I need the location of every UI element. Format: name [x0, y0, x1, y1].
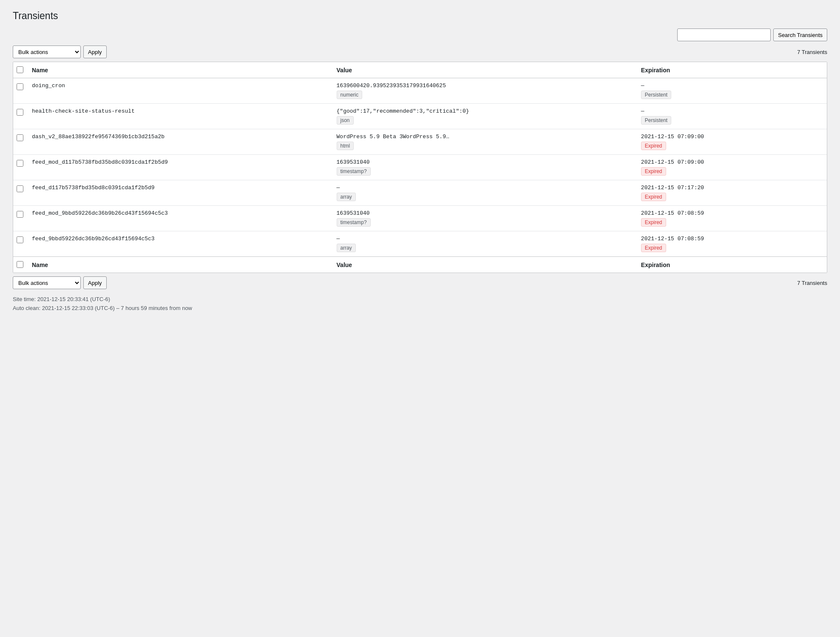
row-exp-badge: Expired — [641, 244, 666, 252]
row-value: 1639531040timestamp? — [332, 155, 636, 180]
row-exp-date: — — [641, 108, 822, 114]
row-checkbox-cell — [13, 180, 27, 206]
search-transients-button[interactable]: Search Transients — [773, 28, 827, 41]
column-header-value: Value — [332, 62, 636, 78]
row-checkbox-cell — [13, 129, 27, 155]
row-exp-date: — — [641, 82, 822, 89]
row-exp-date: 2021-12-15 07:09:00 — [641, 134, 822, 140]
select-all-checkbox-top[interactable] — [17, 66, 23, 73]
bulk-actions-select-top[interactable]: Bulk actions — [13, 46, 81, 58]
row-exp-badge: Expired — [641, 218, 666, 227]
row-expiration: 2021-12-15 07:08:59Expired — [636, 231, 827, 257]
auto-clean: Auto clean: 2021-12-15 22:33:03 (UTC-6) … — [13, 304, 827, 313]
transients-table-container: Name Value Expiration doing_cron16396004… — [13, 62, 827, 273]
row-value-main: 1639531040 — [337, 210, 631, 216]
select-all-checkbox-bottom[interactable] — [17, 261, 23, 268]
row-checkbox-6[interactable] — [17, 236, 23, 243]
row-value-main: — — [337, 236, 631, 242]
row-name: feed_mod_9bbd59226dc36b9b26cd43f15694c5c… — [27, 206, 332, 231]
row-name: feed_9bbd59226dc36b9b26cd43f15694c5c3 — [27, 231, 332, 257]
row-exp-badge: Persistent — [641, 116, 671, 125]
table-row: health-check-site-status-result{"good":1… — [13, 104, 827, 129]
row-exp-badge: Expired — [641, 167, 666, 176]
row-name: health-check-site-status-result — [27, 104, 332, 129]
search-input[interactable] — [677, 28, 771, 41]
row-type-badge: numeric — [337, 91, 363, 99]
row-value-main: {"good":17,"recommended":3,"critical":0} — [337, 108, 631, 114]
row-exp-date: 2021-12-15 07:08:59 — [641, 210, 822, 216]
table-row: feed_9bbd59226dc36b9b26cd43f15694c5c3—ar… — [13, 231, 827, 257]
row-exp-badge: Persistent — [641, 91, 671, 99]
table-row: doing_cron1639600420.9395239353179931640… — [13, 78, 827, 104]
column-header-name: Name — [27, 62, 332, 78]
row-value-main: 1639531040 — [337, 159, 631, 165]
row-name: feed_mod_d117b5738fbd35bd8c0391cda1f2b5d… — [27, 155, 332, 180]
footer-info: Site time: 2021-12-15 20:33:41 (UTC-6) A… — [13, 295, 827, 313]
row-checkbox-2[interactable] — [17, 134, 23, 141]
row-expiration: 2021-12-15 07:17:20Expired — [636, 180, 827, 206]
row-checkbox-cell — [13, 155, 27, 180]
bulk-left-top: Bulk actions Apply — [13, 46, 107, 58]
transients-count-top: 7 Transients — [797, 49, 827, 55]
bulk-bar-bottom: Bulk actions Apply 7 Transients — [13, 276, 827, 289]
table-row: feed_d117b5738fbd35bd8c0391cda1f2b5d9—ar… — [13, 180, 827, 206]
row-type-badge: timestamp? — [337, 218, 371, 227]
select-all-header — [13, 62, 27, 78]
row-checkbox-cell — [13, 206, 27, 231]
apply-button-bottom[interactable]: Apply — [83, 276, 107, 289]
row-expiration: 2021-12-15 07:08:59Expired — [636, 206, 827, 231]
row-value-main: — — [337, 185, 631, 191]
column-footer-expiration: Expiration — [636, 257, 827, 273]
row-exp-date: 2021-12-15 07:17:20 — [641, 185, 822, 191]
bulk-left-bottom: Bulk actions Apply — [13, 276, 107, 289]
row-name: dash_v2_88ae138922fe95674369b1cb3d215a2b — [27, 129, 332, 155]
top-bar: Search Transients — [13, 28, 827, 41]
bulk-bar-top: Bulk actions Apply 7 Transients — [13, 46, 827, 58]
row-checkbox-cell — [13, 78, 27, 104]
row-type-badge: html — [337, 142, 354, 150]
table-row: dash_v2_88ae138922fe95674369b1cb3d215a2b… — [13, 129, 827, 155]
search-area: Search Transients — [677, 28, 827, 41]
row-value-main: WordPress 5.9 Beta 3WordPress 5.9… — [337, 134, 631, 140]
column-footer-name: Name — [27, 257, 332, 273]
site-time: Site time: 2021-12-15 20:33:41 (UTC-6) — [13, 295, 827, 304]
row-checkbox-3[interactable] — [17, 160, 23, 167]
row-type-badge: timestamp? — [337, 167, 371, 176]
row-checkbox-4[interactable] — [17, 185, 23, 192]
row-value: 1639600420.9395239353179931640625numeric — [332, 78, 636, 104]
bulk-actions-select-bottom[interactable]: Bulk actions — [13, 276, 81, 289]
row-checkbox-cell — [13, 231, 27, 257]
table-row: feed_mod_9bbd59226dc36b9b26cd43f15694c5c… — [13, 206, 827, 231]
apply-button-top[interactable]: Apply — [83, 46, 107, 58]
row-exp-badge: Expired — [641, 142, 666, 150]
row-type-badge: array — [337, 193, 356, 201]
row-value: —array — [332, 231, 636, 257]
transients-count-bottom: 7 Transients — [797, 280, 827, 286]
page-title: Transients — [13, 10, 827, 22]
row-expiration: 2021-12-15 07:09:00Expired — [636, 129, 827, 155]
row-exp-date: 2021-12-15 07:08:59 — [641, 236, 822, 242]
select-all-footer-header — [13, 257, 27, 273]
row-expiration: 2021-12-15 07:09:00Expired — [636, 155, 827, 180]
row-value: —array — [332, 180, 636, 206]
row-type-badge: json — [337, 116, 354, 125]
row-checkbox-0[interactable] — [17, 83, 23, 90]
transients-table: Name Value Expiration doing_cron16396004… — [13, 62, 827, 273]
row-value: 1639531040timestamp? — [332, 206, 636, 231]
row-value: {"good":17,"recommended":3,"critical":0}… — [332, 104, 636, 129]
row-value: WordPress 5.9 Beta 3WordPress 5.9…html — [332, 129, 636, 155]
row-name: feed_d117b5738fbd35bd8c0391cda1f2b5d9 — [27, 180, 332, 206]
row-checkbox-1[interactable] — [17, 109, 23, 116]
row-checkbox-5[interactable] — [17, 211, 23, 218]
table-row: feed_mod_d117b5738fbd35bd8c0391cda1f2b5d… — [13, 155, 827, 180]
column-footer-value: Value — [332, 257, 636, 273]
row-checkbox-cell — [13, 104, 27, 129]
row-exp-date: 2021-12-15 07:09:00 — [641, 159, 822, 165]
row-expiration: —Persistent — [636, 78, 827, 104]
row-value-main: 1639600420.9395239353179931640625 — [337, 82, 631, 89]
row-type-badge: array — [337, 244, 356, 252]
row-name: doing_cron — [27, 78, 332, 104]
column-header-expiration: Expiration — [636, 62, 827, 78]
row-exp-badge: Expired — [641, 193, 666, 201]
row-expiration: —Persistent — [636, 104, 827, 129]
